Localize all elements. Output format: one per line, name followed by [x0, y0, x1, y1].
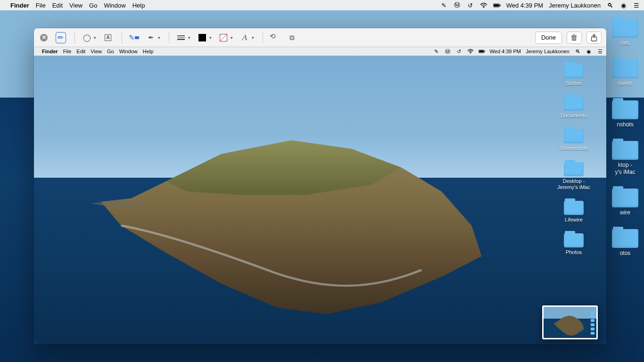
folder-icon — [612, 229, 638, 248]
inner-folder-stories: Stories — [555, 64, 593, 86]
inner-menubar-time: Wed 4:39 PM — [490, 49, 521, 54]
sign-tool[interactable]: ✒︎ — [146, 32, 156, 43]
chevron-down-icon: ▾ — [252, 35, 254, 40]
svg-rect-8 — [484, 50, 485, 52]
outer-menu-view[interactable]: View — [69, 2, 83, 9]
status-timemachine-icon[interactable]: ↺ — [467, 1, 474, 9]
text-tool[interactable]: A — [103, 32, 113, 43]
share-button[interactable] — [586, 32, 602, 44]
inner-menu-go: Go — [107, 49, 114, 54]
thumbnail-island-graphic — [553, 314, 585, 336]
outer-menubar-app[interactable]: Finder — [10, 2, 29, 9]
inner-desktop-folders: Stories Documents Screenshots Desktop - … — [553, 64, 595, 255]
inner-siri-icon: ◉ — [586, 48, 592, 55]
spotlight-icon[interactable]: 🔍︎ — [606, 1, 614, 9]
inner-folder-lifewire: Lifewire — [555, 201, 593, 223]
status-drawing-icon[interactable]: ✎ — [440, 1, 448, 9]
outer-desktop-folders: ries ments nshots ktop - y's iMac wire o… — [606, 19, 644, 257]
sketch-tool[interactable]: ✎ — [56, 32, 66, 43]
battery-icon[interactable] — [493, 1, 501, 9]
fill-color-tool[interactable] — [218, 32, 229, 43]
status-mega-icon[interactable]: Ⓜ — [454, 1, 461, 9]
floating-screenshot-thumbnail[interactable] — [542, 305, 598, 339]
outer-menu-go[interactable]: Go — [89, 2, 97, 9]
folder-icon — [612, 141, 638, 160]
inner-control-center-icon: ☰ — [597, 48, 603, 55]
outer-folder-lifewire[interactable]: wire — [606, 189, 644, 216]
done-button[interactable]: Done — [535, 32, 562, 44]
outer-folder-screenshots[interactable]: nshots — [606, 100, 644, 128]
inner-menubar-app: Finder — [42, 49, 58, 54]
inner-folder-documents: Documents — [555, 97, 593, 119]
inner-status-mega-icon: Ⓜ — [445, 48, 451, 55]
chevron-down-icon: ▾ — [188, 35, 190, 40]
folder-icon — [564, 64, 584, 78]
inner-battery-icon — [479, 48, 485, 55]
thumbnail-folders — [591, 310, 595, 335]
chevron-down-icon: ▾ — [94, 35, 96, 40]
trash-button[interactable]: 🗑︎ — [567, 32, 582, 44]
inner-menu-window: Window — [119, 49, 138, 54]
svg-rect-2 — [494, 4, 499, 6]
inner-menubar: Finder File Edit View Go Window Help ✎ Ⓜ… — [34, 47, 606, 56]
control-center-icon[interactable]: ☰ — [633, 1, 640, 9]
inner-menu-edit: Edit — [76, 49, 85, 54]
folder-icon — [612, 189, 638, 207]
discard-button[interactable]: ✕ — [39, 32, 49, 43]
inner-menu-help: Help — [143, 49, 154, 54]
rotate-tool[interactable]: ⟲ — [270, 32, 280, 43]
siri-icon[interactable]: ◉ — [619, 1, 627, 9]
svg-rect-3 — [500, 4, 500, 6]
outer-menubar-user[interactable]: Jeremy Laukkonen — [549, 2, 601, 9]
inner-menu-file: File — [63, 49, 72, 54]
folder-icon — [612, 100, 638, 119]
folder-icon — [612, 19, 638, 38]
outer-menu-help[interactable]: Help — [132, 2, 145, 9]
inner-menu-view: View — [91, 49, 102, 54]
svg-rect-7 — [479, 50, 484, 52]
outer-folder-photos[interactable]: otos — [606, 229, 644, 256]
folder-icon — [564, 97, 584, 111]
outer-menubar-time[interactable]: Wed 4:39 PM — [506, 2, 544, 9]
outer-menu-file[interactable]: File — [36, 2, 46, 9]
chevron-down-icon: ▾ — [158, 35, 160, 40]
outer-menu-edit[interactable]: Edit — [52, 2, 63, 9]
inner-wifi-icon — [467, 48, 474, 55]
screenshot-markup-window[interactable]: ✕ ✎ ◯▾ A ✎ ✒︎▾ ▾ ▾ ▾ A▾ ⟲ ⧉ Done 🗑︎ — [34, 28, 606, 344]
inner-status-timemachine-icon: ↺ — [456, 48, 462, 55]
inner-status-drawing-icon: ✎ — [433, 48, 440, 55]
inner-folder-desktop-imac: Desktop - Jeremy's iMac — [555, 162, 593, 190]
svg-point-5 — [470, 53, 471, 54]
folder-icon — [564, 162, 584, 176]
inner-spotlight-icon: 🔍︎ — [574, 48, 581, 55]
inner-folder-screenshots: Screenshots — [555, 129, 593, 151]
inner-menubar-user: Jeremy Laukkonen — [526, 49, 570, 54]
folder-icon — [564, 233, 584, 247]
inner-folder-photos: Photos — [555, 233, 593, 255]
stroke-color-tool[interactable] — [197, 32, 207, 43]
shapes-tool[interactable]: ◯ — [82, 32, 92, 43]
folder-icon — [564, 201, 584, 215]
captured-screenshot-canvas[interactable]: Finder File Edit View Go Window Help ✎ Ⓜ… — [34, 47, 606, 344]
chevron-down-icon: ▾ — [231, 35, 233, 40]
catalina-island-graphic — [91, 130, 492, 314]
svg-point-0 — [483, 7, 484, 8]
outer-folder-desktop-imac[interactable]: ktop - y's iMac — [606, 141, 644, 175]
outer-menu-window[interactable]: Window — [104, 2, 125, 9]
crop-tool[interactable]: ⧉ — [287, 32, 297, 43]
folder-icon — [612, 59, 638, 78]
highlight-tool[interactable]: ✎ — [129, 32, 139, 43]
outer-menubar: Finder File Edit View Go Window Help ✎ Ⓜ… — [0, 0, 644, 10]
markup-toolbar: ✕ ✎ ◯▾ A ✎ ✒︎▾ ▾ ▾ ▾ A▾ ⟲ ⧉ Done 🗑︎ — [34, 28, 606, 47]
line-weight-tool[interactable] — [176, 32, 186, 43]
text-style-tool[interactable]: A — [239, 32, 250, 43]
outer-folder-stories[interactable]: ries — [606, 19, 644, 46]
outer-folder-documents[interactable]: ments — [606, 59, 644, 87]
folder-icon — [564, 129, 584, 143]
chevron-down-icon: ▾ — [209, 35, 212, 40]
wifi-icon[interactable] — [480, 1, 487, 9]
